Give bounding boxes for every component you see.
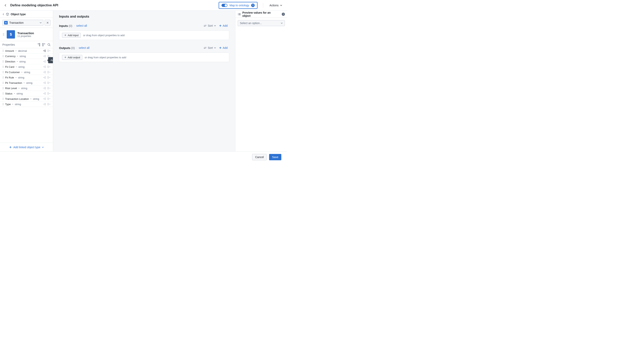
svg-point-52 xyxy=(2,88,3,88)
svg-point-56 xyxy=(2,93,3,93)
inputs-add-button[interactable]: Add xyxy=(218,23,229,28)
actions-menu-button[interactable]: Actions xyxy=(269,3,283,8)
property-row[interactable]: Currency • string xyxy=(0,54,53,59)
property-list: Amount • decimal Currency • string Direc… xyxy=(0,48,53,143)
add-to-inputs-icon[interactable] xyxy=(43,97,46,100)
add-to-inputs-icon[interactable] xyxy=(43,103,46,106)
preview-header-label: Preview values for an object xyxy=(242,11,279,18)
property-row[interactable]: Amount • decimal xyxy=(0,48,53,54)
object-select-dropdown[interactable]: $ Transaction xyxy=(2,20,44,26)
svg-point-40 xyxy=(2,77,3,78)
drag-handle-icon[interactable] xyxy=(2,55,4,57)
inputs-dropzone[interactable]: Add input or drag from object properties… xyxy=(59,31,229,40)
svg-point-28 xyxy=(2,67,3,67)
drag-handle-icon[interactable] xyxy=(2,87,4,89)
drag-handle-icon[interactable] xyxy=(2,50,4,52)
svg-point-8 xyxy=(2,50,3,50)
property-row[interactable]: Fk Customer • string xyxy=(0,70,53,75)
svg-point-21 xyxy=(3,61,4,61)
search-properties-icon[interactable] xyxy=(48,43,50,46)
map-to-ontology-toggle-group[interactable]: Map to ontology ? xyxy=(219,2,258,9)
add-to-inputs-icon[interactable] xyxy=(43,76,46,79)
sort-icon xyxy=(204,24,206,27)
outputs-add-button[interactable]: Add xyxy=(218,46,229,50)
drag-handle-icon[interactable] xyxy=(2,60,4,63)
add-to-inputs-icon[interactable] xyxy=(43,92,46,95)
svg-point-66 xyxy=(2,99,3,100)
plus-icon xyxy=(64,34,66,36)
add-to-inputs-icon[interactable] xyxy=(43,71,46,74)
property-row[interactable]: Fk Rule • string xyxy=(0,75,53,80)
property-type: string xyxy=(20,55,26,58)
info-icon[interactable]: i xyxy=(282,13,285,16)
add-to-outputs-icon[interactable] xyxy=(48,71,50,74)
svg-point-44 xyxy=(2,82,3,82)
drag-handle-icon[interactable] xyxy=(2,66,4,68)
property-row[interactable]: Fk Card • string xyxy=(0,64,53,70)
svg-point-13 xyxy=(3,51,4,52)
inputs-hint: or drag from object properties to add xyxy=(83,34,124,37)
object-subtitle: 11 properties xyxy=(17,35,34,38)
add-to-inputs-icon[interactable] xyxy=(43,55,46,58)
property-row[interactable]: Type • string xyxy=(0,102,53,107)
preview-select-dropdown[interactable]: Select an option... xyxy=(238,20,285,26)
add-linked-object-type-button[interactable]: Add linked object type xyxy=(0,143,53,151)
svg-point-18 xyxy=(2,57,3,57)
svg-point-30 xyxy=(2,67,3,68)
add-to-outputs-icon[interactable] xyxy=(48,49,50,52)
inputs-select-all-link[interactable]: select all xyxy=(76,24,87,27)
svg-point-60 xyxy=(2,94,3,95)
property-row[interactable]: Risk Level • string xyxy=(0,86,53,91)
svg-point-14 xyxy=(2,55,3,56)
add-to-outputs-icon[interactable] xyxy=(48,65,50,68)
svg-point-7 xyxy=(48,44,50,46)
svg-point-12 xyxy=(2,51,3,52)
svg-point-26 xyxy=(2,66,3,66)
svg-point-54 xyxy=(2,89,3,89)
help-icon[interactable]: ? xyxy=(251,4,255,7)
inputs-sort-button[interactable]: Sort xyxy=(202,23,218,28)
drag-handle-icon[interactable] xyxy=(2,98,4,100)
outputs-sort-button[interactable]: Sort xyxy=(202,46,218,50)
drag-handle-icon[interactable] xyxy=(2,92,4,95)
add-to-inputs-icon[interactable] xyxy=(43,87,46,90)
property-row[interactable]: Transaction Location • string xyxy=(0,96,53,102)
outputs-select-all-link[interactable]: select all xyxy=(79,46,90,49)
add-all-inputs-icon[interactable] xyxy=(37,43,40,46)
svg-point-65 xyxy=(3,99,4,99)
drag-handle-icon[interactable] xyxy=(2,82,4,84)
property-row[interactable]: Status • string xyxy=(0,91,53,96)
left-panel: Object type $ Transaction $ Transaction … xyxy=(0,11,53,151)
add-to-outputs-icon[interactable] xyxy=(48,92,50,95)
property-row[interactable]: Pk Transaction • string xyxy=(0,80,53,86)
add-to-inputs-icon[interactable] xyxy=(43,65,46,68)
add-to-outputs-icon[interactable] xyxy=(48,81,50,84)
add-all-outputs-icon[interactable] xyxy=(42,43,46,46)
add-to-outputs-icon[interactable] xyxy=(48,97,50,100)
svg-point-0 xyxy=(3,33,3,34)
clear-object-button[interactable] xyxy=(44,20,50,26)
svg-point-39 xyxy=(3,77,4,77)
back-button[interactable] xyxy=(4,4,7,7)
property-row[interactable]: Direction • string xyxy=(0,59,53,64)
add-to-inputs-icon[interactable] xyxy=(43,60,46,63)
selected-object-name: Transaction xyxy=(9,21,38,24)
drag-handle-icon[interactable] xyxy=(2,103,4,105)
drag-handle-icon[interactable] xyxy=(2,76,4,79)
add-to-outputs-icon[interactable] xyxy=(48,76,50,79)
add-output-chip[interactable]: Add output xyxy=(62,55,82,60)
drag-handle-icon[interactable] xyxy=(3,33,4,36)
add-to-inputs-icon[interactable] xyxy=(43,81,46,84)
cancel-button[interactable]: Cancel xyxy=(252,154,267,160)
center-title: Inputs and outputs xyxy=(59,15,229,19)
drag-handle-icon[interactable] xyxy=(2,71,4,73)
add-to-outputs-icon[interactable] xyxy=(48,103,50,106)
svg-point-35 xyxy=(3,72,4,72)
outputs-dropzone[interactable]: Add output or drag from object propertie… xyxy=(59,53,229,62)
add-to-inputs-icon[interactable] xyxy=(43,49,46,52)
toggle-switch[interactable] xyxy=(222,4,228,7)
add-input-chip[interactable]: Add input xyxy=(62,33,81,38)
save-button[interactable]: Save xyxy=(269,154,281,160)
add-to-outputs-icon[interactable] xyxy=(48,87,50,90)
collapse-chevron[interactable] xyxy=(2,13,4,15)
